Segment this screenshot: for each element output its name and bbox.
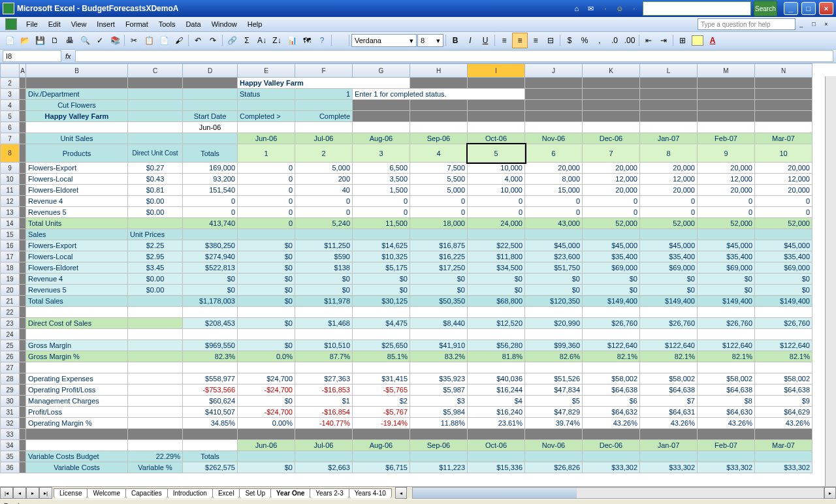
home-icon[interactable]: ⌂ bbox=[571, 3, 583, 14]
row-19: 19Revenue 4$0.00$0$0$0$0$0$0$0$0$0$0$0 bbox=[1, 274, 812, 285]
small-excel-icon[interactable] bbox=[5, 18, 17, 30]
copy-icon[interactable]: 📋 bbox=[142, 33, 156, 48]
wb-minimize-button[interactable]: _ bbox=[797, 20, 806, 29]
redo-icon[interactable]: ↷ bbox=[206, 33, 220, 48]
format-painter-icon[interactable]: 🖌 bbox=[172, 33, 186, 48]
row-13: 13Revenues 5$0.0000000000000 bbox=[1, 207, 812, 218]
align-left-icon[interactable]: ≡ bbox=[497, 33, 511, 48]
wb-close-button[interactable]: × bbox=[822, 20, 831, 29]
col-N[interactable]: N bbox=[755, 64, 812, 78]
help-search-box[interactable]: Type a question for help bbox=[698, 18, 796, 30]
percent-icon[interactable]: % bbox=[577, 33, 592, 48]
underline-button[interactable]: U bbox=[478, 33, 492, 48]
person-icon[interactable]: ☺ bbox=[614, 3, 626, 14]
paste-icon[interactable]: 📄 bbox=[157, 33, 171, 48]
print-icon[interactable]: 🖶 bbox=[63, 33, 77, 48]
tab-prev-button[interactable]: ◂ bbox=[13, 487, 26, 499]
new-icon[interactable]: 📄 bbox=[3, 33, 17, 48]
merge-icon[interactable]: ⊟ bbox=[543, 33, 558, 48]
fill-color-icon[interactable] bbox=[690, 33, 705, 48]
name-box[interactable]: I8 bbox=[3, 50, 61, 62]
sheet-tab-years-4-10[interactable]: Years 4-10 bbox=[349, 488, 392, 498]
col-B[interactable]: B bbox=[26, 64, 128, 78]
autosum-icon[interactable]: Σ bbox=[240, 33, 254, 48]
col-H[interactable]: H bbox=[410, 64, 468, 78]
tab-last-button[interactable]: ▸| bbox=[39, 487, 52, 499]
sheet-tab-set-up[interactable]: Set Up bbox=[239, 488, 271, 498]
col-J[interactable]: J bbox=[525, 64, 583, 78]
sheet-tab-welcome[interactable]: Welcome bbox=[87, 488, 126, 498]
scroll-left-button[interactable]: ◂ bbox=[395, 487, 407, 499]
open-icon[interactable]: 📂 bbox=[18, 33, 32, 48]
wb-restore-button[interactable]: □ bbox=[809, 20, 818, 29]
horizontal-scrollbar[interactable] bbox=[412, 487, 824, 499]
spell-icon[interactable]: ✓ bbox=[93, 33, 107, 48]
search-button[interactable]: Search bbox=[754, 1, 777, 16]
borders-icon[interactable]: ⊞ bbox=[675, 33, 690, 48]
formula-input[interactable] bbox=[75, 50, 833, 62]
font-size-selector[interactable]: 8▾ bbox=[417, 34, 443, 47]
bold-button[interactable]: B bbox=[448, 33, 462, 48]
currency-icon[interactable]: $ bbox=[562, 33, 577, 48]
hyperlink-icon[interactable]: 🔗 bbox=[225, 33, 239, 48]
decrease-indent-icon[interactable]: ⇤ bbox=[641, 33, 656, 48]
menu-file[interactable]: File bbox=[21, 19, 43, 29]
font-color-icon[interactable]: A bbox=[705, 33, 720, 48]
col-E[interactable]: E bbox=[238, 64, 295, 78]
select-all[interactable] bbox=[1, 64, 20, 78]
menu-view[interactable]: View bbox=[66, 19, 92, 29]
maximize-button[interactable]: □ bbox=[801, 2, 816, 15]
align-right-icon[interactable]: ≡ bbox=[528, 33, 543, 48]
decrease-decimal-icon[interactable]: .00 bbox=[622, 33, 637, 48]
close-button[interactable]: × bbox=[819, 2, 833, 15]
search-input[interactable] bbox=[643, 1, 751, 16]
col-I[interactable]: I bbox=[468, 64, 525, 78]
col-G[interactable]: G bbox=[353, 64, 410, 78]
tab-next-button[interactable]: ▸ bbox=[26, 487, 39, 499]
increase-indent-icon[interactable]: ⇥ bbox=[656, 33, 671, 48]
sheet-tab-year-one[interactable]: Year One bbox=[270, 488, 310, 498]
col-D[interactable]: D bbox=[183, 64, 238, 78]
permission-icon[interactable]: 🗋 bbox=[48, 33, 62, 48]
preview-icon[interactable]: 🔍 bbox=[78, 33, 92, 48]
col-A[interactable]: A bbox=[20, 64, 26, 78]
cut-icon[interactable]: ✂ bbox=[127, 33, 141, 48]
spreadsheet-grid[interactable]: A B C D E F G H I J K L M N 2Happy Valle… bbox=[0, 63, 836, 486]
chart-icon[interactable]: 📊 bbox=[285, 33, 299, 48]
sheet-tab-introduction[interactable]: Introduction bbox=[167, 488, 213, 498]
help-icon[interactable]: ? bbox=[315, 33, 329, 48]
col-F[interactable]: F bbox=[295, 64, 353, 78]
tab-first-button[interactable]: |◂ bbox=[0, 487, 13, 499]
minimize-button[interactable]: _ bbox=[784, 2, 798, 15]
menu-format[interactable]: Format bbox=[120, 19, 153, 29]
col-M[interactable]: M bbox=[698, 64, 755, 78]
sheet-tab-years-2-3[interactable]: Years 2-3 bbox=[310, 488, 349, 498]
comma-icon[interactable]: , bbox=[592, 33, 607, 48]
menu-data[interactable]: Data bbox=[180, 19, 206, 29]
sheet-tab-capacities[interactable]: Capacities bbox=[125, 488, 168, 498]
save-icon[interactable]: 💾 bbox=[33, 33, 47, 48]
col-C[interactable]: C bbox=[128, 64, 183, 78]
scroll-right-button[interactable]: ▸ bbox=[824, 487, 836, 499]
sort-desc-icon[interactable]: Z↓ bbox=[270, 33, 284, 48]
font-selector[interactable]: Verdana▾ bbox=[351, 34, 417, 47]
menu-insert[interactable]: Insert bbox=[91, 19, 120, 29]
menu-help[interactable]: Help bbox=[242, 19, 268, 29]
sort-asc-icon[interactable]: A↓ bbox=[255, 33, 269, 48]
sheet-tab-excel[interactable]: Excel bbox=[212, 488, 240, 498]
drawing-icon[interactable]: 🗺 bbox=[300, 33, 314, 48]
research-icon[interactable]: 📚 bbox=[108, 33, 122, 48]
align-center-icon[interactable]: ≡ bbox=[512, 33, 528, 48]
menu-edit[interactable]: Edit bbox=[43, 19, 66, 29]
menu-window[interactable]: Window bbox=[206, 19, 242, 29]
col-K[interactable]: K bbox=[583, 64, 640, 78]
menu-tools[interactable]: Tools bbox=[153, 19, 181, 29]
sheet-tab-license[interactable]: License bbox=[54, 488, 88, 498]
mail-icon[interactable]: ✉ bbox=[585, 3, 597, 14]
italic-button[interactable]: I bbox=[463, 33, 477, 48]
undo-icon[interactable]: ↶ bbox=[191, 33, 205, 48]
col-L[interactable]: L bbox=[640, 64, 698, 78]
increase-decimal-icon[interactable]: .0 bbox=[607, 33, 622, 48]
vertical-scrollbar[interactable] bbox=[825, 76, 836, 486]
fx-icon[interactable]: fx bbox=[65, 52, 71, 60]
